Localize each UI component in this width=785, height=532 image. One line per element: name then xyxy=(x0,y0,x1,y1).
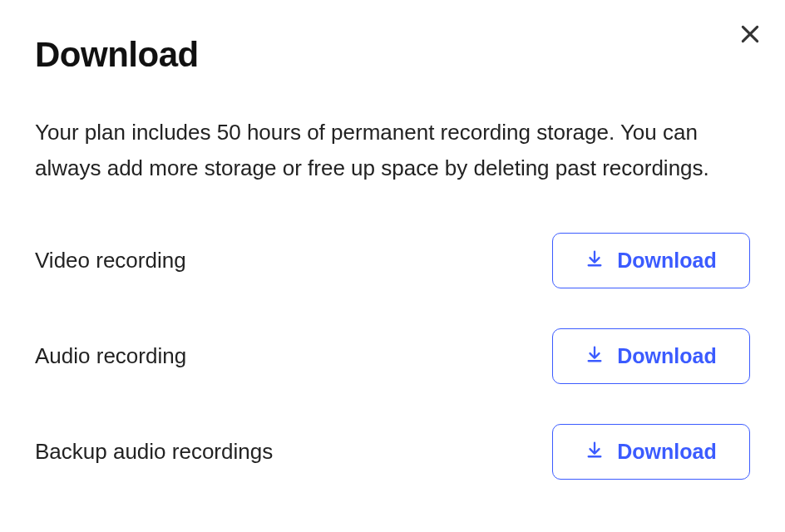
download-icon xyxy=(585,249,604,273)
close-button[interactable] xyxy=(737,22,763,48)
dialog-description: Your plan includes 50 hours of permanent… xyxy=(35,115,733,186)
download-icon xyxy=(585,344,604,368)
close-icon xyxy=(739,23,761,47)
download-icon xyxy=(585,440,604,464)
download-row-audio: Audio recording Download xyxy=(35,328,750,384)
download-row-backup-audio: Backup audio recordings Download xyxy=(35,424,750,480)
download-row-video: Video recording Download xyxy=(35,233,750,288)
download-button-audio[interactable]: Download xyxy=(552,328,750,384)
download-button-backup-audio[interactable]: Download xyxy=(552,424,750,480)
download-label: Audio recording xyxy=(35,343,186,369)
download-button-video[interactable]: Download xyxy=(552,233,750,288)
dialog-title: Download xyxy=(35,35,750,75)
download-button-label: Download xyxy=(617,249,716,273)
download-label: Video recording xyxy=(35,248,186,273)
download-button-label: Download xyxy=(617,344,716,368)
download-button-label: Download xyxy=(617,440,716,464)
download-label: Backup audio recordings xyxy=(35,439,273,465)
